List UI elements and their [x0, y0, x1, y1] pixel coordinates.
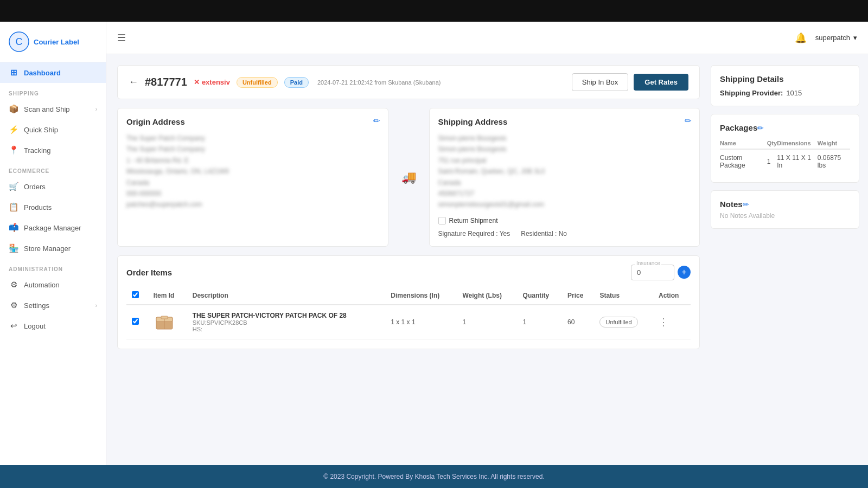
notes-edit-icon[interactable]: ✏: [743, 200, 749, 209]
insurance-label: Insurance: [635, 260, 661, 266]
insurance-input[interactable]: [631, 265, 674, 280]
row-dimensions: 1 x 1 x 1: [385, 305, 457, 340]
action-dots-menu[interactable]: ⋮: [659, 317, 668, 328]
row-action: ⋮: [653, 305, 691, 340]
sidebar-item-label-settings: Settings: [24, 301, 49, 310]
notes-content: No Notes Available: [720, 212, 850, 220]
packages-edit-icon[interactable]: ✏: [757, 124, 764, 132]
truck-divider: 🚚: [397, 108, 420, 247]
svg-text:C: C: [16, 36, 23, 47]
pkg-qty: 1: [767, 149, 777, 174]
logout-icon: ↩: [9, 321, 18, 331]
add-insurance-button[interactable]: +: [678, 266, 691, 279]
shipping-section-label: SHIPPING: [0, 83, 106, 99]
order-number: #817771: [145, 76, 187, 88]
signature-info: Signature Required : Yes Residential : N…: [438, 230, 691, 237]
admin-section-label: ADMINISTRATION: [0, 259, 106, 274]
top-black-bar: [0, 0, 868, 22]
insurance-group: Insurance +: [631, 265, 691, 280]
origin-line7: patches@superpatch.com: [126, 199, 379, 210]
row-checkbox-cell: [126, 305, 148, 340]
sidebar-item-tracking[interactable]: 📍 Tracking: [0, 140, 106, 160]
row-description: THE SUPER PATCH-VICTORY PATCH PACK OF 28…: [187, 305, 385, 340]
ship-in-box-button[interactable]: Ship In Box: [572, 73, 629, 91]
pkg-name: Custom Package: [720, 149, 767, 174]
user-menu[interactable]: superpatch ▾: [815, 34, 857, 42]
select-all-checkbox[interactable]: [132, 291, 139, 298]
shipping-line5: Canada: [438, 177, 691, 188]
row-quantity: 1: [518, 305, 563, 340]
extensiv-logo: ✕ extensiv: [194, 78, 230, 86]
packages-header-row: Name Qty Dimensions Weight: [720, 138, 850, 149]
sidebar-item-quick-ship[interactable]: ⚡ Quick Ship: [0, 119, 106, 140]
dashboard-icon: ⊞: [9, 68, 18, 78]
pkg-col-name: Name: [720, 138, 767, 149]
unfulfilled-badge: Unfulfilled: [237, 77, 278, 88]
truck-icon: 🚚: [401, 170, 416, 184]
insurance-wrapper: Insurance: [631, 265, 674, 280]
col-dimensions: Dimensions (In): [385, 287, 457, 305]
shipping-address-content: Simon-pierre Bourgeois Simon-pierre Bour…: [438, 133, 691, 210]
shipping-provider-value: 1015: [786, 89, 802, 97]
chevron-right-icon: ›: [95, 106, 97, 112]
origin-address-edit-icon[interactable]: ✏: [373, 116, 380, 126]
sidebar-item-store-manager[interactable]: 🏪 Store Manager: [0, 238, 106, 259]
pkg-col-dimensions: Dimensions: [777, 138, 818, 149]
sidebar-item-label-automation: Automation: [24, 281, 60, 289]
col-quantity: Quantity: [518, 287, 563, 305]
sidebar-item-settings[interactable]: ⚙ Settings ›: [0, 295, 106, 316]
get-rates-button[interactable]: Get Rates: [634, 74, 688, 91]
footer-text: © 2023 Copyright. Powered By Khosla Tech…: [323, 473, 544, 480]
svg-rect-5: [161, 316, 168, 319]
origin-address-content: The Super Patch Company The Super Patch …: [126, 133, 379, 210]
sidebar-item-label-scan-and-ship: Scan and Ship: [24, 105, 70, 113]
col-item-id: Item Id: [148, 287, 187, 305]
hamburger-button[interactable]: ☰: [117, 32, 126, 44]
sidebar-item-automation[interactable]: ⚙ Automation: [0, 274, 106, 295]
sidebar-item-orders[interactable]: 🛒 Orders: [0, 176, 106, 197]
sidebar-item-products[interactable]: 📋 Products: [0, 197, 106, 217]
order-items-table: Item Id Description Dimensions (In) Weig…: [126, 287, 691, 340]
shipping-address-edit-icon[interactable]: ✏: [685, 116, 692, 126]
shipping-address-title: Shipping Address: [438, 117, 691, 126]
settings-icon: ⚙: [9, 300, 18, 310]
pkg-weight: 0.06875 lbs: [818, 149, 850, 174]
col-status: Status: [594, 287, 653, 305]
products-icon: 📋: [9, 202, 18, 212]
col-description: Description: [187, 287, 385, 305]
sidebar-item-label-tracking: Tracking: [24, 146, 50, 155]
order-items-title: Order Items: [126, 268, 172, 277]
sidebar-item-dashboard[interactable]: ⊞ Dashboard: [0, 62, 106, 83]
sidebar-item-package-manager[interactable]: 📫 Package Manager: [0, 217, 106, 238]
row-weight: 1: [457, 305, 517, 340]
paid-badge: Paid: [284, 77, 309, 88]
notes-title: Notes: [720, 200, 743, 209]
col-weight: Weight (Lbs): [457, 287, 517, 305]
packages-title: Packages: [720, 123, 757, 132]
store-manager-icon: 🏪: [9, 243, 18, 253]
row-checkbox[interactable]: [132, 318, 139, 325]
logo-text: Courier Label: [34, 38, 79, 46]
automation-icon: ⚙: [9, 280, 18, 290]
sidebar-item-scan-and-ship[interactable]: 📦 Scan and Ship ›: [0, 99, 106, 119]
shipping-details-title: Shipping Details: [720, 74, 850, 84]
col-checkbox: [126, 287, 148, 305]
back-button[interactable]: ←: [129, 76, 138, 88]
package-manager-icon: 📫: [9, 223, 18, 233]
sidebar: C Courier Label ⊞ Dashboard SHIPPING 📦 S…: [0, 22, 106, 465]
sidebar-item-label-orders: Orders: [24, 183, 46, 191]
item-desc-sku: SKU:SPVICPK28CB: [193, 319, 380, 326]
signature-required: Signature Required : Yes: [438, 230, 510, 237]
origin-address-card: Origin Address ✏ The Super Patch Company…: [117, 108, 388, 247]
extensiv-text: extensiv: [202, 78, 230, 86]
item-desc-main: THE SUPER PATCH-VICTORY PATCH PACK OF 28: [193, 312, 380, 319]
order-date: 2024-07-21 21:02:42 from Skubana (Skuban…: [317, 79, 441, 86]
order-header-actions: Ship In Box Get Rates: [572, 73, 688, 91]
shipping-line7: simonpierrebourgeois01@gmail.com: [438, 199, 691, 210]
return-shipment-checkbox[interactable]: [438, 217, 446, 224]
chevron-right-settings-icon: ›: [95, 303, 97, 309]
sidebar-item-label-dashboard: Dashboard: [24, 69, 61, 77]
sidebar-item-logout[interactable]: ↩ Logout: [0, 316, 106, 336]
packages-card: Packages ✏ Name Qty Dimensions Weight: [711, 114, 859, 183]
bell-icon[interactable]: 🔔: [795, 32, 807, 44]
